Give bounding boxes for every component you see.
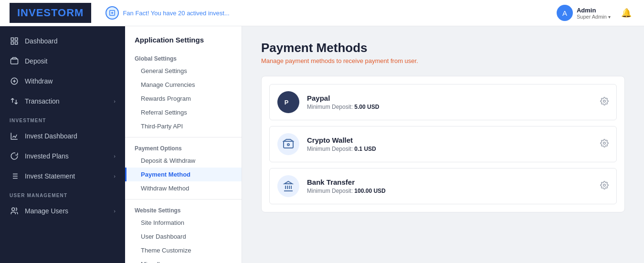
svg-rect-1 [11, 38, 13, 40]
settings-item-user-dashboard[interactable]: User Dashboard [125, 230, 242, 243]
bank-icon [277, 175, 299, 197]
payment-methods-container: P Paypal Minimum Deposit: 5.00 USD [261, 76, 625, 212]
settings-item-theme[interactable]: Theme Customize [125, 243, 242, 257]
payment-card-bank: Bank Transfer Minimum Deposit: 100.00 US… [269, 168, 617, 204]
sidebar-item-label: Invest Dashboard [25, 132, 77, 140]
chevron-right-icon: › [114, 208, 116, 214]
paypal-icon: P [277, 91, 299, 113]
sidebar-item-label: Transaction [25, 97, 60, 105]
fan-fact-message: You have 20 actived invest... [151, 10, 230, 17]
sidebar-item-label: Deposit [25, 57, 47, 65]
content-area: Application Settings Global Settings Gen… [125, 26, 644, 263]
sidebar-item-withdraw[interactable]: Withdraw [0, 71, 125, 91]
settings-item-misc[interactable]: Miscellaneous [125, 257, 242, 263]
svg-text:P: P [285, 99, 289, 106]
deposit-icon [10, 56, 19, 66]
topbar-center: Fan Fact! You have 20 actived invest... [91, 6, 557, 20]
paypal-settings-icon[interactable] [600, 97, 609, 107]
settings-item-withdraw-method[interactable]: Withdraw Method [125, 181, 242, 195]
invested-plans-icon [10, 151, 19, 161]
chevron-right-icon: › [114, 173, 116, 179]
global-settings-label: Global Settings [125, 52, 242, 64]
website-settings-label: Website Settings [125, 203, 242, 216]
sidebar-item-deposit[interactable]: Deposit [0, 51, 125, 71]
avatar: A [557, 5, 573, 21]
dashboard-icon [10, 36, 19, 46]
settings-sidebar: Application Settings Global Settings Gen… [125, 26, 242, 263]
payment-options-label: Payment Options [125, 141, 242, 154]
svg-rect-3 [11, 42, 13, 44]
transaction-icon [10, 96, 19, 106]
crypto-name: Crypto Wallet [307, 136, 592, 144]
bank-settings-icon[interactable] [600, 181, 609, 191]
logo-text: INVEST [17, 7, 58, 19]
svg-point-17 [287, 144, 289, 146]
svg-rect-16 [284, 141, 293, 148]
crypto-icon [277, 133, 299, 155]
main-layout: Dashboard Deposit Withdraw Transaction ›… [0, 26, 644, 263]
svg-rect-5 [11, 59, 18, 64]
crypto-info: Crypto Wallet Minimum Deposit: 0.1 USD [307, 136, 592, 152]
settings-item-rewards[interactable]: Rewards Program [125, 92, 242, 105]
settings-item-deposit-withdraw[interactable]: Deposit & Withdraw [125, 154, 242, 168]
fan-fact-icon [106, 6, 119, 20]
sidebar-item-invest-dashboard[interactable]: Invest Dashboard [0, 126, 125, 146]
fan-fact-label: Fan Fact! [123, 10, 149, 17]
settings-item-referral[interactable]: Referral Settings [125, 105, 242, 119]
paypal-detail: Minimum Deposit: 5.00 USD [307, 104, 592, 110]
sidebar-item-manage-users[interactable]: Manage Users › [0, 201, 125, 221]
sidebar-item-label: Invested Plans [25, 152, 69, 160]
divider [125, 199, 242, 200]
settings-item-payment-method[interactable]: Payment Method [125, 168, 242, 181]
svg-rect-4 [15, 42, 18, 44]
crypto-settings-icon[interactable] [600, 139, 609, 149]
payment-card-crypto: Crypto Wallet Minimum Deposit: 0.1 USD [269, 126, 617, 162]
chevron-right-icon: › [114, 98, 116, 104]
chevron-down-icon: ▾ [608, 14, 611, 20]
crypto-detail: Minimum Deposit: 0.1 USD [307, 146, 592, 152]
sidebar-item-label: Withdraw [25, 77, 53, 85]
settings-item-site-info[interactable]: Site Information [125, 216, 242, 230]
topbar: INVESTORM Fan Fact! You have 20 actived … [0, 0, 644, 26]
payment-card-paypal: P Paypal Minimum Deposit: 5.00 USD [269, 84, 617, 120]
sidebar-item-dashboard[interactable]: Dashboard [0, 31, 125, 51]
admin-info[interactable]: A Admin Super Admin ▾ [557, 5, 611, 21]
svg-point-25 [603, 184, 606, 187]
settings-item-api[interactable]: Third-Party API [125, 119, 242, 133]
invest-statement-icon [10, 171, 19, 181]
divider [125, 137, 242, 137]
sidebar-item-invest-statement[interactable]: Invest Statement › [0, 166, 125, 186]
sidebar-item-label: Manage Users [25, 207, 68, 215]
bank-info: Bank Transfer Minimum Deposit: 100.00 US… [307, 178, 592, 194]
bank-detail: Minimum Deposit: 100.00 USD [307, 188, 592, 194]
page-subtitle: Manage payment methods to receive paymen… [261, 57, 625, 64]
admin-text: Admin Super Admin ▾ [577, 7, 611, 20]
topbar-right: A Admin Super Admin ▾ 🔔 [557, 5, 634, 21]
admin-name: Admin [577, 7, 611, 14]
svg-point-18 [603, 142, 606, 145]
main-content: Payment Methods Manage payment methods t… [242, 26, 644, 263]
paypal-info: Paypal Minimum Deposit: 5.00 USD [307, 94, 592, 110]
sidebar-item-transaction[interactable]: Transaction › [0, 91, 125, 111]
paypal-name: Paypal [307, 94, 592, 102]
settings-sidebar-title: Application Settings [125, 36, 242, 52]
sidebar-item-label: Invest Statement [25, 172, 75, 180]
user-management-section-label: USER MANAGEMENT [0, 186, 125, 201]
settings-item-general[interactable]: General Settings [125, 64, 242, 78]
logo-accent: ORM [58, 7, 84, 19]
bell-icon[interactable]: 🔔 [618, 5, 634, 21]
manage-users-icon [10, 206, 19, 216]
bank-name: Bank Transfer [307, 178, 592, 186]
fan-fact-text: Fan Fact! You have 20 actived invest... [123, 10, 229, 17]
svg-rect-2 [15, 38, 18, 40]
svg-point-13 [12, 208, 15, 210]
settings-item-currencies[interactable]: Manage Currencies [125, 78, 242, 92]
sidebar: Dashboard Deposit Withdraw Transaction ›… [0, 26, 125, 263]
sidebar-item-invested-plans[interactable]: Invested Plans › [0, 146, 125, 166]
logo: INVESTORM [10, 3, 91, 23]
investment-section-label: INVESTMENT [0, 111, 125, 126]
svg-marker-24 [285, 181, 292, 184]
invest-dashboard-icon [10, 131, 19, 141]
page-title: Payment Methods [261, 41, 625, 55]
chevron-right-icon: › [114, 153, 116, 159]
